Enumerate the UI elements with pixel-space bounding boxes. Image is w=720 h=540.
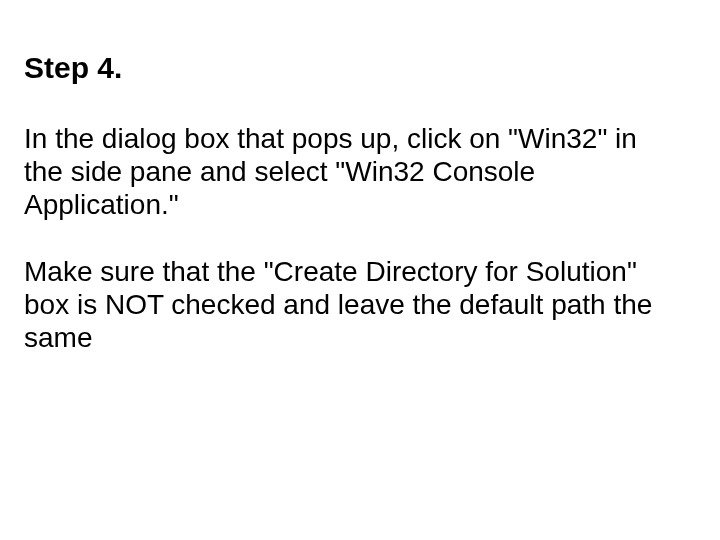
instruction-paragraph-1: In the dialog box that pops up, click on… — [24, 122, 664, 221]
instruction-paragraph-2: Make sure that the "Create Directory for… — [24, 255, 664, 354]
step-heading: Step 4. — [24, 50, 684, 86]
